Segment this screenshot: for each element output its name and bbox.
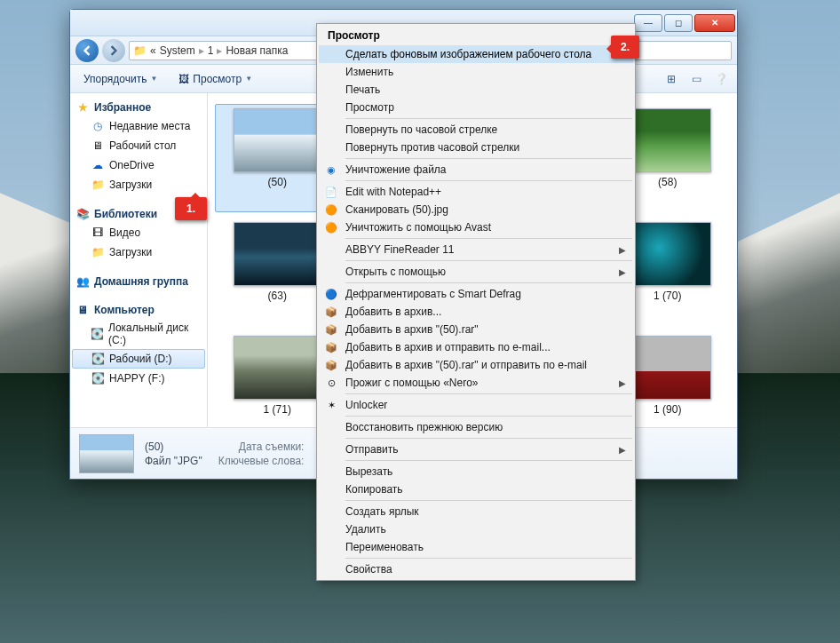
context-menu-item[interactable]: Переименовать bbox=[319, 538, 633, 556]
preview-icon: 🖼 bbox=[178, 73, 189, 85]
sidebar-drive-c[interactable]: 💽Локальный диск (C:) bbox=[72, 319, 205, 349]
menu-item-label: Свойства bbox=[345, 563, 392, 576]
menu-item-label: Добавить в архив "(50).rar" bbox=[345, 323, 479, 336]
details-filename: (50) bbox=[145, 441, 202, 453]
menu-separator bbox=[345, 238, 632, 239]
context-menu-item[interactable]: 🟠Уничтожить с помощью Avast bbox=[319, 218, 633, 236]
menu-separator bbox=[345, 460, 632, 461]
context-menu-item[interactable]: Изменить bbox=[319, 63, 633, 81]
context-menu-item[interactable]: 📦Добавить в архив... bbox=[319, 303, 633, 321]
context-menu-item[interactable]: 📦Добавить в архив и отправить по e-mail.… bbox=[319, 338, 633, 356]
menu-item-label: Добавить в архив "(50).rar" и отправить … bbox=[345, 359, 587, 371]
details-date-label: Дата съемки: bbox=[218, 441, 305, 453]
library-icon: 📚 bbox=[75, 207, 90, 221]
sidebar-downloads2[interactable]: 📁Загрузки bbox=[72, 242, 205, 262]
context-menu-item[interactable]: Создать ярлык bbox=[319, 503, 633, 520]
context-menu-item[interactable]: Повернуть против часовой стрелки bbox=[319, 139, 633, 156]
context-menu-item[interactable]: Вырезать bbox=[319, 463, 633, 480]
thumbnail-label: (58) bbox=[658, 176, 677, 188]
close-button[interactable]: ✕ bbox=[694, 14, 735, 32]
context-menu-item[interactable]: Печать bbox=[319, 81, 633, 99]
forward-button[interactable] bbox=[102, 39, 125, 62]
view-mode-button[interactable]: ⊞ bbox=[662, 70, 680, 88]
help-button[interactable]: ❔ bbox=[712, 70, 730, 88]
minimize-button[interactable]: — bbox=[634, 14, 662, 32]
menu-item-label: Прожиг с помощью «Nero» bbox=[345, 377, 479, 389]
details-thumbnail bbox=[79, 434, 134, 473]
context-menu-item[interactable]: ABBYY FineReader 11▶ bbox=[319, 241, 633, 258]
crumb-1[interactable]: 1 bbox=[208, 44, 214, 57]
menu-item-label: Печать bbox=[345, 83, 380, 96]
menu-item-icon: ✶ bbox=[324, 398, 338, 412]
submenu-arrow-icon: ▶ bbox=[619, 245, 626, 255]
maximize-button[interactable]: ◻ bbox=[664, 14, 693, 32]
sidebar-drive-d[interactable]: 💽Рабочий (D:) bbox=[72, 349, 205, 369]
context-menu-title: Просмотр bbox=[319, 26, 633, 45]
folder-icon: 📁 bbox=[91, 178, 105, 192]
context-menu-item[interactable]: Удалить bbox=[319, 520, 633, 538]
sidebar-drive-f[interactable]: 💽HAPPY (F:) bbox=[72, 369, 205, 388]
menu-item-label: Повернуть по часовой стрелке bbox=[345, 123, 497, 136]
arrow-right-icon bbox=[108, 45, 119, 56]
context-menu-item[interactable]: 🔵Дефрагментировать с Smart Defrag bbox=[319, 285, 633, 303]
details-filetype: Файл "JPG" bbox=[145, 455, 202, 467]
context-menu-item[interactable]: 🟠Сканировать (50).jpg bbox=[319, 201, 633, 218]
sidebar-desktop[interactable]: 🖥Рабочий стол bbox=[72, 136, 205, 155]
context-menu-item[interactable]: Восстановить прежнюю версию bbox=[319, 418, 633, 436]
thumbnail-image bbox=[234, 222, 321, 286]
menu-item-label: Добавить в архив... bbox=[345, 306, 441, 318]
details-tags-label: Ключевые слова: bbox=[218, 455, 305, 467]
thumbnail-image bbox=[234, 336, 321, 400]
sidebar-onedrive[interactable]: ☁OneDrive bbox=[72, 155, 205, 175]
menu-item-icon: ◉ bbox=[324, 163, 338, 177]
context-menu-item[interactable]: ◉Уничтожение файла bbox=[319, 161, 633, 179]
folder-icon: 📁 bbox=[133, 44, 147, 57]
clock-icon: ◷ bbox=[91, 119, 105, 133]
drive-icon: 💽 bbox=[91, 371, 105, 385]
menu-separator bbox=[345, 282, 632, 283]
menu-item-label: Сделать фоновым изображением рабочего ст… bbox=[345, 48, 591, 60]
print-button[interactable] bbox=[267, 75, 280, 83]
homegroup[interactable]: 👥Домашняя группа bbox=[72, 273, 205, 290]
thumbnail-image bbox=[624, 222, 711, 286]
menu-item-label: Создать ярлык bbox=[345, 505, 419, 518]
drive-icon: 💽 bbox=[91, 352, 105, 366]
menu-separator bbox=[345, 558, 632, 559]
preview-pane-button[interactable]: ▭ bbox=[687, 70, 705, 88]
context-menu-item[interactable]: Повернуть по часовой стрелке bbox=[319, 121, 633, 139]
sidebar-recent[interactable]: ◷Недавние места bbox=[72, 116, 205, 136]
context-menu-item[interactable]: Свойства bbox=[319, 560, 633, 578]
menu-item-label: Изменить bbox=[345, 66, 393, 78]
context-menu-item[interactable]: Просмотр bbox=[319, 99, 633, 116]
sidebar-downloads[interactable]: 📁Загрузки bbox=[72, 175, 205, 194]
context-menu-item[interactable]: ⊙Прожиг с помощью «Nero»▶ bbox=[319, 374, 633, 392]
thumbnail-label: (50) bbox=[268, 176, 287, 188]
back-button[interactable] bbox=[75, 39, 99, 62]
crumb-system[interactable]: System bbox=[160, 44, 195, 57]
context-menu-item[interactable]: ✶Unlocker bbox=[319, 396, 633, 414]
menu-item-icon: 🟠 bbox=[324, 220, 338, 234]
context-menu-item[interactable]: 📦Добавить в архив "(50).rar" bbox=[319, 321, 633, 338]
menu-separator bbox=[345, 393, 632, 394]
context-menu-item[interactable]: Отправить▶ bbox=[319, 441, 633, 458]
menu-separator bbox=[345, 118, 632, 119]
context-menu-item[interactable]: 📄Edit with Notepad++ bbox=[319, 183, 633, 201]
context-menu[interactable]: Просмотр Сделать фоновым изображением ра… bbox=[316, 23, 636, 581]
menu-item-label: Сканировать (50).jpg bbox=[345, 203, 448, 216]
context-menu-item[interactable]: Сделать фоновым изображением рабочего ст… bbox=[319, 45, 633, 63]
menu-item-label: Дефрагментировать с Smart Defrag bbox=[345, 288, 521, 300]
thumbnail-label: 1 (90) bbox=[654, 403, 681, 416]
organize-button[interactable]: Упорядочить▼ bbox=[77, 69, 163, 89]
context-menu-item[interactable]: 📦Добавить в архив "(50).rar" и отправить… bbox=[319, 356, 633, 374]
preview-button[interactable]: 🖼Просмотр▼ bbox=[172, 69, 258, 89]
computer-group[interactable]: 🖥Компьютер bbox=[72, 301, 205, 319]
sidebar-video[interactable]: 🎞Видео bbox=[72, 223, 205, 242]
context-menu-item[interactable]: Открыть с помощью▶ bbox=[319, 263, 633, 281]
crumb-folder[interactable]: Новая папка bbox=[226, 44, 288, 57]
favorites-group[interactable]: ★Избранное bbox=[72, 99, 205, 116]
menu-item-icon: 📄 bbox=[324, 185, 338, 199]
drive-icon: 💽 bbox=[91, 327, 104, 341]
context-menu-item[interactable]: Копировать bbox=[319, 480, 633, 498]
menu-item-label: Восстановить прежнюю версию bbox=[345, 421, 503, 433]
thumbnail-label: 1 (71) bbox=[264, 403, 291, 416]
